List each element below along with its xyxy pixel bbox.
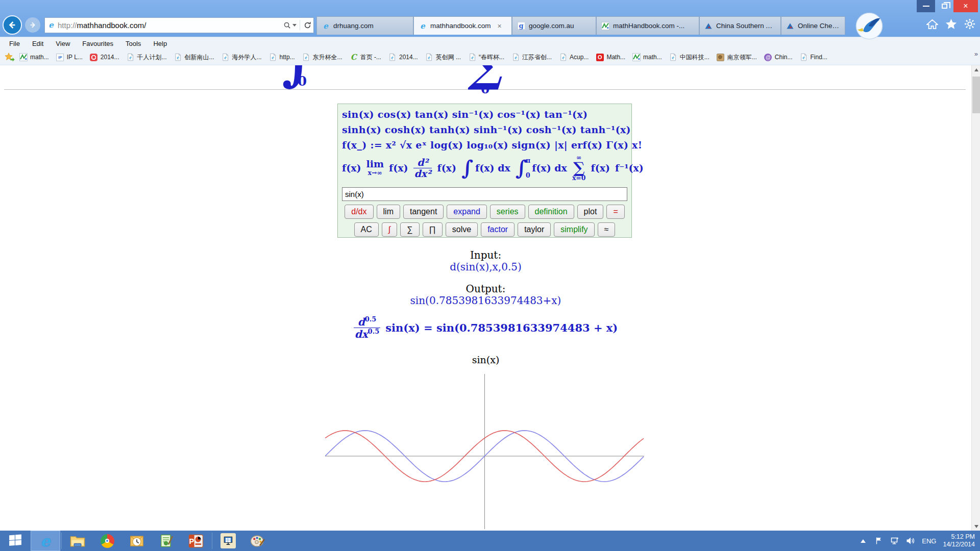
browser-corner-icons <box>926 18 976 30</box>
add-favorite-icon[interactable] <box>4 53 15 62</box>
tiger-icon <box>717 53 725 61</box>
sine-plot <box>325 371 644 529</box>
menu-item-favourites[interactable]: Favourites <box>76 40 119 47</box>
favorite-item[interactable]: math... <box>19 53 49 61</box>
network-icon[interactable] <box>890 536 899 545</box>
favorite-item[interactable]: eFind... <box>799 53 827 61</box>
taskbar-notes[interactable] <box>152 531 181 551</box>
favorites-overflow-chevron[interactable]: » <box>974 50 978 58</box>
svg-text:e: e <box>471 55 473 60</box>
favorite-item[interactable]: e“春晖杯... <box>468 53 504 62</box>
calc-button-plot[interactable]: plot <box>577 205 604 219</box>
calc-button-item[interactable]: ∏ <box>423 222 443 237</box>
search-icon[interactable] <box>283 21 291 29</box>
vertical-scrollbar[interactable] <box>971 65 980 531</box>
gear-icon[interactable] <box>964 18 976 30</box>
calc-button-item[interactable]: ∫ <box>382 222 397 237</box>
calc-button-series[interactable]: series <box>490 205 525 219</box>
tab-mathhandbook-com[interactable]: emathhandbook.com× <box>413 16 512 35</box>
calc-button-item[interactable]: ≈ <box>598 222 616 237</box>
favorite-item[interactable]: @Chin... <box>764 53 793 61</box>
favorite-item[interactable]: e东升杯全... <box>302 53 342 62</box>
calc-button-expand[interactable]: expand <box>447 205 487 219</box>
taskbar-outlook[interactable] <box>122 531 152 551</box>
calc-button-item[interactable]: = <box>606 205 624 219</box>
output-label: Output: <box>0 283 971 295</box>
scroll-down-button[interactable] <box>972 522 980 531</box>
fx-term: f(x) <box>342 162 361 173</box>
svg-text:e: e <box>802 55 804 60</box>
tab-mathhandbook-com[interactable]: mathHandbook.com -... <box>596 16 699 35</box>
refresh-icon[interactable] <box>303 21 311 29</box>
home-icon[interactable] <box>926 18 938 30</box>
favorite-item[interactable]: 南京领军... <box>717 53 757 62</box>
calc-button-solve[interactable]: solve <box>446 222 478 237</box>
search-dropdown-icon[interactable] <box>292 24 297 27</box>
integral-upper-limit: π <box>526 157 530 164</box>
minimize-button[interactable] <box>917 0 935 12</box>
favorite-item[interactable]: e千人计划... <box>127 53 167 62</box>
taskbar-monitor-app[interactable] <box>213 531 243 551</box>
volume-icon[interactable] <box>906 536 915 545</box>
tray-expand-icon[interactable] <box>859 536 868 545</box>
menu-item-edit[interactable]: Edit <box>26 40 50 47</box>
tab-china-southern-airline[interactable]: China Southern Airline... <box>699 16 781 35</box>
close-button[interactable]: × <box>953 0 978 12</box>
taskbar-powerpoint[interactable]: P <box>181 531 211 551</box>
favorite-item[interactable]: iPIP L... <box>56 53 83 61</box>
clock[interactable]: 5:12 PM 14/12/2014 <box>943 533 975 548</box>
integral-sign: ∫ <box>461 159 473 177</box>
address-bar[interactable]: e http://mathhandbook.com/ <box>44 17 314 33</box>
menu-item-tools[interactable]: Tools <box>119 40 147 47</box>
menu-item-file[interactable]: File <box>3 40 26 47</box>
calc-button-factor[interactable]: factor <box>481 222 514 237</box>
close-tab-icon[interactable]: × <box>498 22 502 30</box>
favorite-item[interactable]: e海外学人... <box>222 53 262 62</box>
calc-button-lim[interactable]: lim <box>377 205 400 219</box>
favorites-star-icon[interactable] <box>945 18 957 30</box>
tab-online-check-in[interactable]: Online Check-in <box>781 16 845 35</box>
calc-button-definition[interactable]: definition <box>528 205 574 219</box>
calc-button-simplify[interactable]: simplify <box>554 222 594 237</box>
start-button[interactable] <box>0 531 31 551</box>
taskbar-chrome[interactable] <box>92 531 122 551</box>
taskbar-paint[interactable] <box>243 531 273 551</box>
tab-drhuang-com[interactable]: edrhuang.com <box>316 16 413 35</box>
calc-button-item[interactable]: ∑ <box>400 222 419 237</box>
restore-button[interactable] <box>935 0 953 12</box>
scrollbar-thumb[interactable] <box>972 77 980 113</box>
favorite-item[interactable]: OMath... <box>596 53 625 61</box>
favorite-item[interactable]: e中国科技... <box>669 53 709 62</box>
favorite-item[interactable]: 2014... <box>90 53 119 61</box>
calculator-panel: sin(x) cos(x) tan(x) sin⁻¹(x) cos⁻¹(x) t… <box>337 104 632 238</box>
tab-google-com-au[interactable]: ggoogle.com.au <box>512 16 596 35</box>
favorite-item[interactable]: e创新南山... <box>174 53 214 62</box>
calc-button-ac[interactable]: AC <box>354 222 379 237</box>
calc-button-d-dx[interactable]: d/dx <box>345 205 373 219</box>
action-center-flag-icon[interactable] <box>874 536 884 545</box>
favorite-item[interactable]: e江苏省创... <box>511 53 552 62</box>
back-button[interactable] <box>3 15 22 35</box>
calc-button-tangent[interactable]: tangent <box>403 205 444 219</box>
forward-button[interactable] <box>25 17 40 33</box>
favorite-label: 首页 -... <box>360 53 381 62</box>
favorite-item[interactable]: math... <box>632 53 662 61</box>
scroll-up-button[interactable] <box>972 65 980 74</box>
favorite-item[interactable]: ehttp... <box>269 53 295 61</box>
taskbar-internet-explorer[interactable]: e <box>31 531 60 551</box>
expression-input[interactable] <box>342 187 627 201</box>
menu-item-help[interactable]: Help <box>147 40 173 47</box>
menu-item-view[interactable]: View <box>50 40 76 47</box>
desktop: × e http://mathhandbook.com/ <box>0 0 980 551</box>
favorite-label: “春晖杯... <box>479 53 504 62</box>
favorite-item[interactable]: e英创网 ... <box>425 53 461 62</box>
url-text[interactable]: http://mathhandbook.com/ <box>58 21 283 30</box>
favorite-item[interactable]: C首页 -... <box>350 53 381 62</box>
favorite-item[interactable]: e2014... <box>388 53 418 61</box>
favorite-item[interactable]: eAcup... <box>559 53 589 61</box>
calc-button-taylor[interactable]: taylor <box>518 222 551 237</box>
fractional-derivative-equation: d0.5 dx0.5 sin(x) = sin(0.78539816339744… <box>0 316 971 339</box>
window-controls: × <box>917 0 978 12</box>
language-indicator[interactable]: ENG <box>922 537 936 545</box>
taskbar-file-explorer[interactable] <box>63 531 92 551</box>
